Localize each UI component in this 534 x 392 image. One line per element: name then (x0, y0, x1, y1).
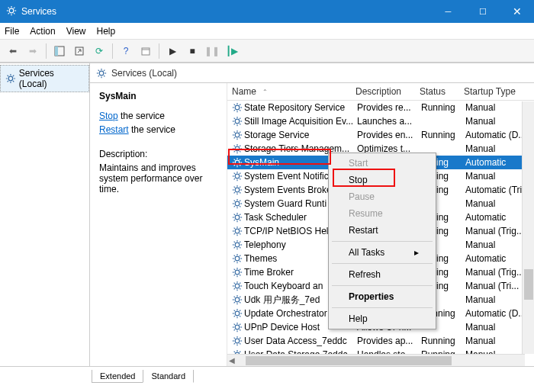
horizontal-scrollbar[interactable]: ◀ (227, 354, 525, 366)
submenu-arrow-icon: ▸ (414, 247, 419, 258)
tab-standard[interactable]: Standard (143, 370, 194, 383)
stop-service-link[interactable]: Stop (99, 111, 118, 121)
service-icon (232, 185, 243, 195)
help-button[interactable]: ? (117, 43, 134, 59)
service-detail-pane: SysMain Stop the service Restart the ser… (90, 83, 227, 366)
window-title: Services (21, 6, 56, 17)
service-icon (232, 336, 243, 346)
service-row[interactable]: Still Image Acquisition Ev...Launches a.… (227, 114, 534, 128)
toolbar: ⬅ ➡ ⟳ ? ▶ ■ ❚❚ ┃▶ (0, 40, 534, 63)
app-icon (6, 5, 17, 18)
service-icon (232, 102, 243, 113)
cell-name: Still Image Acquisition Ev... (244, 116, 357, 127)
menu-view[interactable]: View (66, 26, 86, 37)
cell-name: Storage Service (244, 130, 357, 140)
selected-service-name: SysMain (99, 91, 219, 101)
cell-desc: Provides en... (357, 130, 421, 140)
service-row[interactable]: State Repository ServiceProvides re...Ru… (227, 101, 534, 114)
stop-service-button[interactable]: ■ (184, 43, 201, 59)
svg-rect-12 (142, 48, 150, 55)
service-icon (232, 116, 243, 127)
ctx-start: Start (330, 155, 434, 172)
service-icon (232, 198, 243, 209)
cell-name: User Data Access_7eddc (244, 336, 357, 346)
menubar: File Action View Help (0, 23, 534, 40)
cell-status: Running (421, 130, 465, 140)
context-menu: Start Stop Pause Resume Restart All Task… (328, 153, 436, 329)
cell-desc: Provides ap... (357, 336, 421, 346)
col-status[interactable]: Status (420, 86, 464, 97)
view-tabs: Extended Standard (0, 366, 534, 383)
cell-desc: Provides re... (357, 102, 421, 113)
column-headers: Name⌃ Description Status Startup Type (227, 83, 534, 101)
maximize-button[interactable]: ☐ (465, 0, 500, 23)
col-name[interactable]: Name⌃ (232, 86, 355, 97)
close-button[interactable]: ✕ (500, 0, 534, 23)
menu-help[interactable]: Help (97, 26, 116, 37)
console-tree: Services (Local) (0, 63, 90, 366)
ctx-refresh[interactable]: Refresh (330, 266, 434, 283)
ctx-properties[interactable]: Properties (330, 288, 434, 305)
service-icon (232, 322, 243, 333)
service-row[interactable]: Storage ServiceProvides en...RunningAuto… (227, 128, 534, 142)
ctx-stop[interactable]: Stop (330, 172, 434, 188)
back-button[interactable]: ⬅ (5, 43, 21, 59)
svg-rect-10 (55, 47, 58, 56)
tree-item-services-local[interactable]: Services (Local) (0, 65, 89, 92)
service-icon (232, 212, 243, 223)
service-icon (232, 239, 243, 250)
service-icon (232, 267, 243, 278)
service-icon (232, 294, 243, 305)
col-startup-type[interactable]: Startup Type (464, 86, 532, 97)
ctx-pause: Pause (330, 188, 434, 205)
service-icon (232, 226, 243, 236)
service-icon (232, 157, 243, 168)
menu-action[interactable]: Action (30, 26, 55, 37)
service-icon (232, 171, 243, 182)
titlebar: Services ─ ☐ ✕ (0, 0, 534, 23)
refresh-button[interactable]: ⟳ (91, 43, 108, 59)
service-icon (232, 130, 243, 140)
service-row[interactable]: User Data Access_7eddcProvides ap...Runn… (227, 334, 534, 348)
ctx-all-tasks[interactable]: All Tasks▸ (330, 244, 434, 261)
service-icon (232, 143, 243, 154)
vertical-scrollbar[interactable] (522, 101, 534, 354)
tab-extended[interactable]: Extended (92, 370, 143, 383)
description-label: Description: (99, 149, 219, 159)
restart-service-link[interactable]: Restart (99, 124, 129, 135)
show-hide-tree-button[interactable] (51, 43, 68, 59)
menu-file[interactable]: File (5, 26, 19, 37)
ctx-help[interactable]: Help (330, 310, 434, 327)
cell-desc: Launches a... (357, 116, 421, 127)
ctx-restart[interactable]: Restart (330, 222, 434, 239)
cell-name: State Repository Service (244, 102, 357, 113)
minimize-button[interactable]: ─ (431, 0, 465, 23)
service-icon (232, 253, 243, 264)
cell-status: Running (421, 336, 465, 346)
sort-asc-icon: ⌃ (262, 88, 268, 95)
restart-service-button[interactable]: ┃▶ (224, 43, 240, 59)
col-description[interactable]: Description (355, 86, 420, 97)
properties-button[interactable] (137, 43, 154, 59)
cell-status: Running (421, 102, 465, 113)
service-icon (232, 308, 243, 319)
export-list-button[interactable] (71, 43, 88, 59)
forward-button[interactable]: ➡ (24, 43, 41, 59)
description-text: Maintains and improves system performanc… (99, 162, 219, 194)
ctx-resume: Resume (330, 205, 434, 222)
pause-service-button[interactable]: ❚❚ (204, 43, 220, 59)
results-header: Services (Local) (90, 63, 534, 83)
start-service-button[interactable]: ▶ (164, 43, 181, 59)
service-icon (232, 281, 243, 291)
